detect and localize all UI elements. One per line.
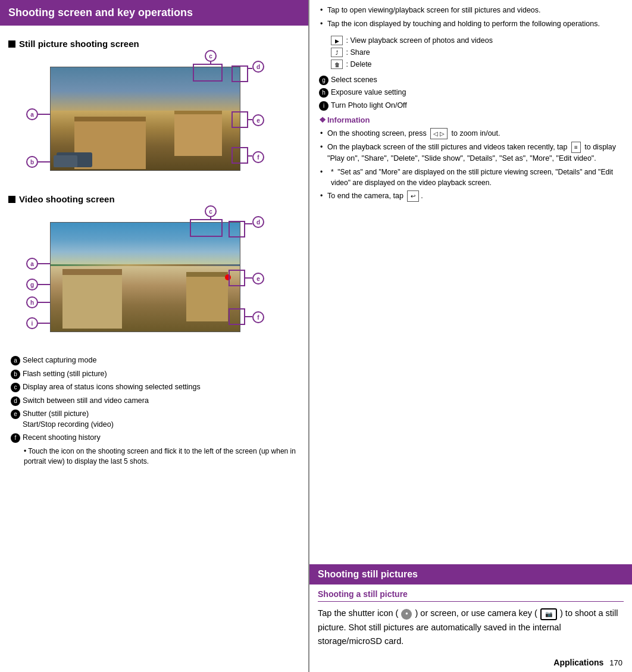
video-conn-e (245, 277, 252, 279)
conn-a (38, 114, 50, 115)
delete-icon: 🗑 (331, 60, 343, 69)
desc-a: a Select capturing mode (11, 355, 300, 366)
desc-d: d Switch between still and video camera (11, 396, 300, 407)
annotation-a: a (26, 108, 38, 120)
right-content: Tap to open viewing/playback screen for … (309, 0, 632, 557)
section-header: Shooting screen and key operations (0, 0, 308, 26)
info-box: Information On the shooting screen, pres… (319, 115, 622, 202)
desc-c: c Display area of status icons showing s… (11, 382, 300, 393)
video-annotation-f: f (252, 311, 264, 323)
footer-page: 170 (609, 658, 622, 667)
left-column: Shooting screen and key operations Still… (0, 0, 309, 672)
info-note: * "Set as" and "More" are displayed on t… (319, 167, 622, 188)
shooting-header-text: Shooting still pictures (318, 569, 418, 579)
right-column: Tap to open viewing/playback screen for … (309, 0, 632, 672)
back-icon: ↩ (407, 190, 419, 202)
annotation-c: c (205, 50, 217, 62)
conn-e (248, 119, 252, 120)
annotation-f-box (231, 147, 248, 164)
desc-text-b: Flash setting (still picture) (23, 369, 300, 380)
shutter-circle-icon: ● (401, 609, 412, 620)
desc-num-c: c (11, 383, 20, 392)
info-bullet-3: To end the camera, tap ↩. (319, 190, 622, 202)
video-title: Video shooting screen (8, 194, 300, 204)
annotation-d-box (231, 65, 248, 82)
video-annotation-f-box (229, 308, 245, 325)
desc-num-e: e (11, 410, 20, 419)
video-annotation-i: i (26, 317, 38, 329)
numbered-g: g Select scenes (319, 75, 622, 86)
icon-items: ▶ : View playback screen of photos and v… (319, 35, 622, 70)
video-annotation-a: a (26, 258, 38, 270)
share-icon: ⤴ (331, 48, 343, 57)
numbered-items: g Select scenes h Exposure value setting… (319, 75, 622, 111)
shooting-header: Shooting still pictures (309, 564, 632, 585)
menu-icon: ≡ (571, 142, 581, 153)
shooting-body: Tap the shutter icon ( ● ) or screen, or… (309, 607, 632, 653)
desc-text-f: Recent shooting history (23, 433, 300, 443)
footer: Applications 170 (309, 653, 632, 672)
video-annotation-d-box (229, 221, 245, 237)
desc-text-f-sub: • Touch the icon on the shooting screen … (24, 446, 300, 467)
video-conn-d (245, 223, 252, 224)
text-h: Exposure value setting (331, 87, 406, 98)
video-conn-g (38, 284, 50, 285)
desc-f: f Recent shooting history (11, 433, 300, 443)
desc-num-d: d (11, 396, 20, 406)
icon-item-2: ⤴ : Share (331, 46, 622, 58)
desc-text-c: Display area of status icons showing sel… (23, 382, 300, 393)
desc-e: e Shutter (still picture)Start/Stop reco… (11, 409, 300, 430)
black-square-icon (8, 40, 15, 48)
left-content: Still picture shooting screen a b (0, 26, 308, 672)
video-screen-wrap: a g h i c d e f (20, 210, 288, 347)
video-annotation-c-box (190, 219, 223, 237)
still-camera-screen (50, 67, 240, 171)
video-conn-f (245, 316, 252, 317)
numbered-h: h Exposure value setting (319, 87, 622, 98)
num-i: i (319, 101, 328, 111)
conn-d (248, 68, 252, 69)
shooting-subsection: Shooting a still picture (309, 585, 632, 607)
video-conn-a (38, 263, 50, 264)
video-annotation-d: d (252, 216, 264, 228)
video-annotation-c: c (205, 205, 217, 217)
annotation-b: b (26, 156, 38, 168)
annotation-e-box (231, 111, 248, 128)
info-bullet-2: On the playback screen of the still pict… (319, 142, 622, 164)
desc-num-b: b (11, 370, 20, 379)
conn-b (38, 161, 50, 162)
section-header-text: Shooting screen and key operations (8, 7, 193, 18)
numbered-i: i Turn Photo light On/Off (319, 101, 622, 111)
bullet-1: Tap to open viewing/playback screen for … (319, 5, 622, 16)
annotation-f: f (252, 151, 264, 163)
annotation-e: e (252, 114, 264, 126)
num-h: h (319, 88, 328, 98)
text-g: Select scenes (331, 75, 377, 86)
desc-num-f: f (11, 433, 20, 443)
num-g: g (319, 76, 328, 85)
playback-icon: ▶ (331, 36, 343, 45)
black-square-icon-2 (8, 196, 15, 203)
desc-f-sub: • Touch the icon on the shooting screen … (11, 446, 300, 467)
info-bullet-1: On the shooting screen, press ◁ ▷ to zoo… (319, 128, 622, 139)
still-screen-wrap: a b c d e f (20, 55, 288, 186)
footer-applications: Applications (553, 658, 603, 667)
video-conn-h (38, 302, 50, 303)
desc-num-a: a (11, 356, 20, 365)
still-title: Still picture shooting screen (8, 39, 300, 49)
annotation-c-box (193, 64, 223, 82)
desc-b: b Flash setting (still picture) (11, 369, 300, 380)
desc-list: a Select capturing mode b Flash setting … (8, 355, 300, 466)
video-camera-screen (50, 222, 240, 332)
annotation-d: d (252, 61, 264, 73)
video-annotation-e: e (252, 273, 264, 285)
camera-key-icon: 📷 (540, 608, 557, 620)
info-title: Information (319, 115, 622, 124)
video-annotation-e-box (229, 270, 245, 286)
desc-text-a: Select capturing mode (23, 355, 300, 366)
video-conn-i (38, 323, 50, 324)
info-bullets: On the shooting screen, press ◁ ▷ to zoo… (319, 128, 622, 202)
desc-text-e: Shutter (still picture)Start/Stop record… (23, 409, 300, 430)
icon-item-3: 🗑 : Delete (331, 58, 622, 70)
bullet-2: Tap the icon displayed by touching and h… (319, 18, 622, 30)
